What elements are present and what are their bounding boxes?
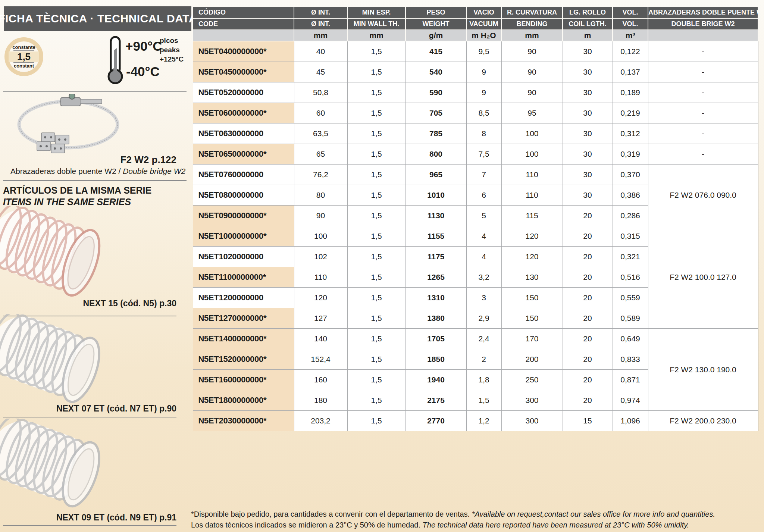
clamp-ref-cell: - xyxy=(648,82,758,103)
column-header-es: ABRAZADERAS DOBLE PUENTE W2 xyxy=(648,7,758,18)
value-cell: 785 xyxy=(406,123,466,144)
value-cell: 20 xyxy=(563,370,613,390)
value-cell: 102 xyxy=(294,247,347,267)
value-cell: 203,2 xyxy=(294,411,347,431)
value-cell: 170 xyxy=(501,329,563,349)
constant-1-5-badge: constante 1,5 constant xyxy=(4,37,43,76)
code-cell: N5ET0900000000* xyxy=(193,206,294,226)
value-cell: 4 xyxy=(466,247,501,267)
header-row: CÓDIGOØ INT.MIN ESP.PESOVACIOR. CURVATUR… xyxy=(193,7,758,18)
divider-rule xyxy=(3,180,187,181)
table-row: N5ET0600000000*601,57058,595300,219- xyxy=(193,103,758,123)
table-row: N5ET052000000050,81,5590990300,189- xyxy=(193,82,758,103)
page-title-banner: FICHA TÈCNICA · TECHNICAL DATA xyxy=(4,6,191,31)
column-unit xyxy=(648,30,758,41)
value-cell: 100 xyxy=(294,226,347,247)
code-cell: N5ET0630000000 xyxy=(193,123,294,144)
value-cell: 160 xyxy=(294,370,347,390)
data-table: CÓDIGOØ INT.MIN ESP.PESOVACIOR. CURVATUR… xyxy=(192,6,758,431)
column-unit: g/m xyxy=(406,30,466,41)
column-header-en: VACUUM xyxy=(466,18,501,30)
code-cell: N5ET1020000000 xyxy=(193,247,294,267)
value-cell: 2770 xyxy=(406,411,466,431)
value-cell: 1,5 xyxy=(347,123,406,144)
column-header-en: WEIGHT xyxy=(406,18,466,30)
value-cell: 150 xyxy=(501,308,563,329)
value-cell: 40 xyxy=(294,41,347,62)
clamp-ref-cell: - xyxy=(648,62,758,82)
clamp-ref-cell: F2 W2 200.0 230.0 xyxy=(648,411,758,431)
peaks-temp-label: +125°C xyxy=(160,54,184,64)
value-cell: 300 xyxy=(501,411,563,431)
value-cell: 30 xyxy=(563,185,613,206)
value-cell: 300 xyxy=(501,390,563,411)
value-cell: 0,370 xyxy=(613,165,648,185)
value-cell: 180 xyxy=(294,390,347,411)
column-unit: m H₂O xyxy=(466,30,501,41)
value-cell: 7 xyxy=(466,165,501,185)
value-cell: 50,8 xyxy=(294,82,347,103)
value-cell: 1705 xyxy=(406,329,466,349)
value-cell: 9 xyxy=(466,82,501,103)
column-unit xyxy=(193,30,294,41)
double-bridge-clamp-image xyxy=(9,94,125,154)
value-cell: 2 xyxy=(466,349,501,370)
value-cell: 20 xyxy=(563,390,613,411)
code-cell: N5ET0600000000* xyxy=(193,103,294,123)
code-cell: N5ET0400000000* xyxy=(193,41,294,62)
value-cell: 9,5 xyxy=(466,41,501,62)
value-cell: 1,5 xyxy=(347,390,406,411)
value-cell: 0,649 xyxy=(613,329,648,349)
temp-min-label: -40°C xyxy=(126,64,160,79)
value-cell: 3 xyxy=(466,288,501,308)
value-cell: 1,5 xyxy=(466,390,501,411)
value-cell: 1,096 xyxy=(613,411,648,431)
value-cell: 0,321 xyxy=(613,247,648,267)
value-cell: 1,5 xyxy=(347,226,406,247)
table-row: N5ET076000000076,21,59657110300,370F2 W2… xyxy=(193,165,758,185)
table-row: N5ET1400000000*1401,517052,4170200,649F2… xyxy=(193,329,758,349)
value-cell: 1,5 xyxy=(347,329,406,349)
value-cell: 127 xyxy=(294,308,347,329)
value-cell: 76,2 xyxy=(294,165,347,185)
value-cell: 65 xyxy=(294,144,347,165)
table-row: N5ET063000000063,51,57858100300,312- xyxy=(193,123,758,144)
clamp-ref-cell: - xyxy=(648,103,758,123)
value-cell: 1,5 xyxy=(347,288,406,308)
value-cell: 7,5 xyxy=(466,144,501,165)
hose-caption-next-07-et: NEXT 07 ET (cód. N7 ET) p.90 xyxy=(0,404,176,414)
value-cell: 1010 xyxy=(406,185,466,206)
clamp-page-ref: F2 W2 p.122 xyxy=(65,154,176,166)
column-header-es: VACIO xyxy=(466,7,501,18)
value-cell: 250 xyxy=(501,370,563,390)
value-cell: 1,5 xyxy=(347,62,406,82)
value-cell: 0,386 xyxy=(613,185,648,206)
value-cell: 1,5 xyxy=(347,185,406,206)
value-cell: 1,8 xyxy=(466,370,501,390)
value-cell: 20 xyxy=(563,226,613,247)
value-cell: 0,137 xyxy=(613,62,648,82)
code-cell: N5ET1800000000* xyxy=(193,390,294,411)
column-header-es: LG. ROLLO xyxy=(563,7,613,18)
value-cell: 540 xyxy=(406,62,466,82)
value-cell: 90 xyxy=(294,206,347,226)
value-cell: 0,315 xyxy=(613,226,648,247)
temp-max-label: +90°C xyxy=(125,39,162,54)
hose-image-next-07-et xyxy=(0,314,113,406)
value-cell: 2,9 xyxy=(466,308,501,329)
value-cell: 20 xyxy=(563,247,613,267)
value-cell: 90 xyxy=(501,41,563,62)
code-cell: N5ET1400000000* xyxy=(193,329,294,349)
value-cell: 0,974 xyxy=(613,390,648,411)
clamp-ref-cell: F2 W2 130.0 190.0 xyxy=(648,329,758,411)
table-row: N5ET0650000000*651,58007,5100300,319- xyxy=(193,144,758,165)
code-cell: N5ET1520000000* xyxy=(193,349,294,370)
footnote-availability: *Disponible bajo pedido, para cantidades… xyxy=(191,509,715,520)
value-cell: 20 xyxy=(563,329,613,349)
value-cell: 1,5 xyxy=(347,247,406,267)
column-header-es: VOL. xyxy=(613,7,648,18)
code-cell: N5ET0520000000 xyxy=(193,82,294,103)
value-cell: 30 xyxy=(563,144,613,165)
value-cell: 590 xyxy=(406,82,466,103)
clamp-ref-cell: F2 W2 100.0 127.0 xyxy=(648,226,758,329)
